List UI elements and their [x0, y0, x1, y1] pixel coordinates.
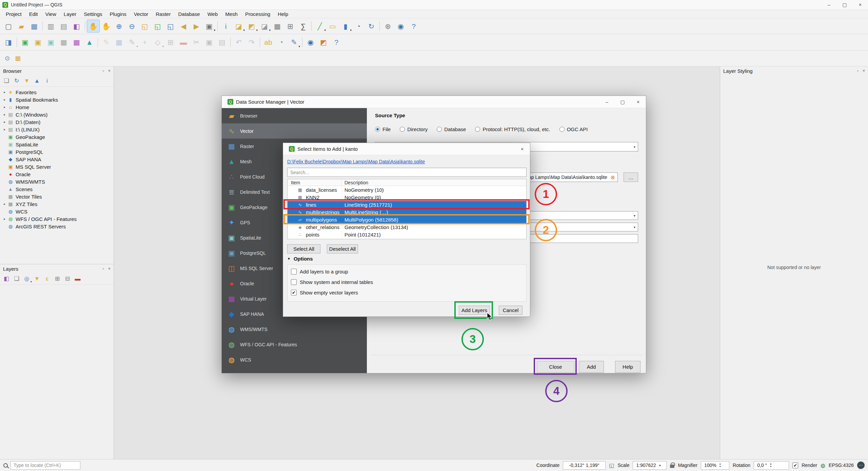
checkbox-icon[interactable]	[291, 290, 297, 295]
extents-toggle-icon[interactable]: ◱	[609, 462, 614, 469]
processing-toolbox-icon[interactable]: ⊛	[381, 20, 394, 33]
dsm-sidebar-item[interactable]: ◍ WMS/WMTS	[222, 322, 367, 337]
expand-arrow-icon[interactable]: ▸	[2, 113, 7, 116]
deselect-features-icon[interactable]: ◪ ▾	[258, 20, 271, 33]
identify-features-icon[interactable]: i	[219, 20, 232, 33]
layer-diagram-icon[interactable]: ◔	[275, 36, 288, 49]
browser-item[interactable]: ● Oracle	[0, 170, 114, 178]
minimize-button[interactable]: –	[821, 0, 837, 9]
new-temporary-scratch-layer-icon[interactable]: ▦	[57, 36, 70, 49]
add-feature-icon[interactable]: +	[138, 36, 151, 49]
render-checkbox[interactable]	[792, 463, 798, 468]
expand-arrow-icon[interactable]: ▸	[2, 98, 7, 101]
lock-scale-icon[interactable]	[670, 465, 674, 468]
option-checkbox-row[interactable]: Show system and internal tables	[291, 278, 526, 286]
browser-item[interactable]: ◍ WMS/WMTS	[0, 178, 114, 185]
zoom-last-icon[interactable]: ◀	[177, 20, 190, 33]
toolbar-separator[interactable]	[216, 20, 219, 33]
source-type-radio[interactable]: Protocol: HTTP(S), cloud, etc.	[475, 126, 550, 132]
option-checkbox-row[interactable]: Show empty vector layers	[291, 289, 526, 296]
cut-features-icon[interactable]: ✂	[190, 36, 203, 49]
option-checkbox-row[interactable]: Add layers to a group	[291, 268, 526, 275]
undock-panel-icon[interactable]: ▫	[103, 266, 104, 271]
toolbar-separator[interactable]	[15, 36, 19, 49]
close-button[interactable]: ×	[514, 143, 530, 155]
help-icon[interactable]: ?	[330, 36, 343, 49]
new-3d-map-view-icon[interactable]: ▣ ▾	[203, 20, 216, 33]
toolbar-separator[interactable]	[310, 20, 313, 33]
browser-item[interactable]: ▸ ◍ WFS / OGC API - Features	[0, 215, 114, 223]
undo-icon[interactable]: ↶	[232, 36, 245, 49]
expand-arrow-icon[interactable]: ▸	[2, 90, 7, 94]
add-layers-button[interactable]: Add Layers	[459, 306, 490, 315]
undock-panel-icon[interactable]: ▫	[857, 68, 859, 73]
source-type-radio[interactable]: OGC API	[559, 126, 588, 132]
coordinate-box[interactable]: -0,312° 1,199°	[563, 461, 606, 470]
new-mesh-layer-icon[interactable]: ▲	[83, 36, 96, 49]
toolbar-separator[interactable]	[41, 20, 44, 33]
close-button[interactable]: ×	[630, 96, 646, 108]
browser-properties-icon[interactable]: i	[42, 76, 52, 86]
maximize-button[interactable]: ▢	[837, 0, 852, 9]
new-project-icon[interactable]: ▢	[2, 20, 15, 33]
expand-arrow-icon[interactable]: ▸	[2, 202, 7, 206]
new-bookmark-icon[interactable]: ▮ ▾	[339, 20, 352, 33]
checkbox-icon[interactable]	[291, 279, 297, 285]
toggle-editing-icon[interactable]: ✎	[100, 36, 113, 49]
dsm-sidebar-item[interactable]: ◍ WFS / OGC API - Features	[222, 337, 367, 352]
add-selected-layers-icon[interactable]: ❏	[1, 76, 12, 86]
dsm-add-button[interactable]: Add	[579, 361, 604, 373]
modify-attributes-icon[interactable]: ⊞	[164, 36, 177, 49]
menu-item[interactable]: Web	[204, 10, 222, 18]
dsm-help-button[interactable]: Help	[615, 361, 640, 373]
source-type-radio[interactable]: Directory	[400, 126, 428, 132]
zoom-full-extent-icon[interactable]: ◱	[138, 20, 151, 33]
save-edits-icon[interactable]: ▦	[113, 36, 125, 49]
menu-item[interactable]: Settings	[80, 10, 106, 18]
new-virtual-layer-icon[interactable]: ▦	[70, 36, 83, 49]
crs-status[interactable]: EPSG:4326	[829, 463, 854, 468]
toolbar-separator[interactable]	[378, 20, 381, 33]
current-edits-icon[interactable]: ✎ ▾	[125, 36, 138, 49]
layer-item-row[interactable]: ▱ multipolygons MultiPolygon (5812858)	[288, 216, 526, 223]
open-attribute-table-icon[interactable]: ▦	[271, 20, 284, 33]
browser-item[interactable]: ▸ ★ Favorites	[0, 88, 114, 96]
redo-icon[interactable]: ↷	[245, 36, 258, 49]
browser-item[interactable]: ▣ PostgreSQL	[0, 148, 114, 156]
toolbar-separator[interactable]	[96, 36, 100, 49]
close-panel-icon[interactable]: ×	[108, 68, 111, 73]
search-input[interactable]	[287, 168, 527, 177]
locator-input[interactable]	[11, 461, 80, 470]
filter-browser-icon[interactable]: ▼	[22, 76, 32, 86]
annotation-icon[interactable]: ✎ ▾	[288, 36, 300, 49]
pan-to-selection-icon[interactable]: ✋	[100, 20, 113, 33]
deselect-all-button[interactable]: Deselect All	[327, 244, 358, 253]
map-tips-icon[interactable]: ▭	[326, 20, 339, 33]
pan-map-icon[interactable]: ✋	[87, 20, 100, 33]
expand-all-icon[interactable]: ⊞	[52, 274, 62, 284]
zoom-to-layer-icon[interactable]: ◱	[164, 20, 177, 33]
menu-item[interactable]: Raster	[152, 10, 174, 18]
spin-down-icon[interactable]: ▾	[719, 465, 721, 468]
layer-style-plugin-icon[interactable]: ▦	[13, 53, 23, 64]
save-project-icon[interactable]: ▦	[28, 20, 41, 33]
scale-combobox[interactable]: 1:907622 ▾	[633, 461, 667, 470]
cancel-button[interactable]: Cancel	[499, 306, 522, 315]
minimize-button[interactable]: –	[599, 96, 615, 108]
zoom-in-icon[interactable]: ⊕	[113, 20, 125, 33]
expand-arrow-icon[interactable]: ▸	[2, 105, 7, 109]
menu-item[interactable]: Layer	[60, 10, 80, 18]
spin-down-icon[interactable]: ▾	[770, 465, 771, 468]
select-features-icon[interactable]: ◪ ▾	[232, 20, 245, 33]
new-geopackage-layer-icon[interactable]: ▣	[19, 36, 32, 49]
zoom-next-icon[interactable]: ▶	[190, 20, 203, 33]
collapse-all-layers-icon[interactable]: ⊟	[62, 274, 73, 284]
close-panel-icon[interactable]: ×	[863, 68, 865, 73]
browser-item[interactable]: ▸ ▤ D:\ (Daten)	[0, 118, 114, 126]
temporal-controller-icon[interactable]: ◔	[352, 20, 365, 33]
column-header-description[interactable]: Description	[342, 179, 368, 186]
new-shapefile-layer-icon[interactable]: ▣	[32, 36, 44, 49]
toolbar-separator[interactable]	[229, 36, 232, 49]
add-group-icon[interactable]: ❏	[12, 274, 22, 284]
menu-item[interactable]: Processing	[241, 10, 274, 18]
